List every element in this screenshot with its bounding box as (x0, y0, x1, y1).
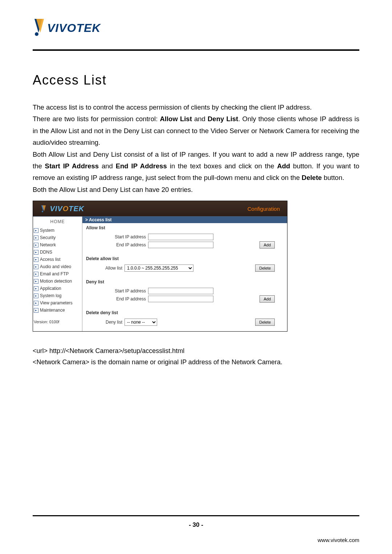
deny-end-ip-input[interactable] (148, 296, 213, 302)
screenshot-brand: VIVOTEK (40, 205, 84, 213)
text: and (99, 162, 116, 170)
sidebar-item-maintenance[interactable]: ▸Maintenance (33, 307, 82, 314)
footer-url: www.vivotek.com (318, 537, 359, 543)
url-line-1: <url> http://<Network Camera>/setup/acce… (33, 345, 359, 357)
usage-paragraph: Both Allow List and Deny List consist of… (33, 149, 359, 184)
configuration-label: Configuration (248, 206, 280, 212)
delete-allow-title: Delete allow list (86, 255, 283, 263)
sidebar-item-motion-detection[interactable]: ▸Motion detection (33, 278, 82, 285)
page-number: - 30 - (33, 516, 359, 529)
sidebar-item-access-list[interactable]: ▸Access list (33, 256, 82, 263)
sidebar-item-audio-and-video[interactable]: ▸Audio and video (33, 263, 82, 270)
delete-deny-section: Delete deny list Deny list -- none -- De… (82, 308, 287, 331)
allow-delete-button[interactable]: Delete (255, 264, 275, 272)
sidebar-item-system[interactable]: ▸System (33, 227, 82, 234)
sidebar-item-system-log[interactable]: ▸System log (33, 292, 82, 299)
delete-allow-section: Delete allow list Allow list 1.0.0.0 ~ 2… (82, 254, 287, 277)
sidebar-item-label: Maintenance (40, 308, 65, 313)
delete-label: Delete (302, 174, 322, 181)
sidebar-version: Version: 0100f (33, 314, 82, 326)
url-reference: <url> http://<Network Camera>/setup/acce… (33, 335, 359, 368)
arrow-right-icon: ▸ (34, 264, 38, 269)
sidebar-item-label: View parameters (40, 300, 73, 305)
delete-deny-title: Delete deny list (86, 309, 283, 317)
deny-end-ip-label: End IP address (86, 296, 148, 301)
allow-end-ip-input[interactable] (148, 242, 213, 248)
end-ip-label: End IP address (86, 242, 148, 247)
deny-list-select-label: Deny list (86, 320, 124, 325)
footer: - 30 - (33, 515, 359, 529)
deny-list-select[interactable]: -- none -- (124, 319, 157, 326)
add-label: Add (277, 162, 290, 170)
end-ip-label: End IP Address (116, 162, 167, 170)
start-ip-label: Start IP Address (45, 162, 99, 170)
svg-text:VIVOTEK: VIVOTEK (47, 21, 101, 34)
arrow-right-icon: ▸ (34, 308, 38, 313)
allow-list-select-label: Allow list (86, 266, 124, 271)
intro-paragraph: The access list is to control the access… (33, 102, 359, 113)
sidebar-item-security[interactable]: ▸Security (33, 234, 82, 241)
sidebar-item-label: System log (40, 293, 61, 298)
sidebar-item-label: Security (40, 235, 56, 240)
allow-start-ip-input[interactable] (148, 234, 213, 240)
deny-start-ip-input[interactable] (148, 288, 213, 294)
deny-list-title: Deny list (86, 279, 283, 287)
arrow-right-icon: ▸ (34, 301, 38, 305)
text: in the text boxes and click on the (167, 162, 277, 170)
allow-list-section: Allow list Start IP address End IP addre… (82, 223, 287, 254)
svg-point-2 (42, 211, 43, 212)
deny-list-label: Deny List (208, 115, 238, 123)
screenshot-body: HOME ▸System▸Security▸Network▸DDNS▸Acces… (33, 216, 287, 331)
sidebar-item-label: Application (40, 286, 61, 291)
deny-add-button[interactable]: Add (260, 295, 275, 303)
sidebar-item-label: Access list (40, 257, 61, 262)
svg-point-0 (35, 32, 38, 36)
sidebar-item-ddns[interactable]: ▸DDNS (33, 249, 82, 256)
start-ip-label: Start IP address (86, 234, 148, 239)
arrow-right-icon: ▸ (34, 294, 38, 298)
sidebar: HOME ▸System▸Security▸Network▸DDNS▸Acces… (33, 217, 82, 331)
sidebar-item-label: Motion detection (40, 279, 72, 284)
sidebar-item-label: System (40, 228, 54, 233)
main-panel: > Access list Allow list Start IP addres… (82, 217, 287, 331)
arrow-right-icon: ▸ (34, 286, 38, 291)
arrow-right-icon: ▸ (34, 235, 38, 240)
screenshot-header: VIVOTEK Configuration (33, 201, 287, 216)
arrow-right-icon: ▸ (34, 250, 38, 255)
url-line-2: <Network Camera> is the domain name or o… (33, 357, 359, 368)
allow-add-button[interactable]: Add (260, 241, 275, 249)
breadcrumb: > Access list (82, 217, 287, 223)
vivotek-logo: VIVOTEK (33, 18, 359, 37)
config-screenshot: VIVOTEK Configuration HOME ▸System▸Secur… (33, 201, 287, 332)
lists-paragraph: There are two lists for permission contr… (33, 113, 359, 148)
allow-list-label: Allow List (160, 115, 192, 123)
text: The access list is to control the access… (33, 103, 312, 111)
sidebar-item-label: DDNS (40, 250, 52, 255)
sidebar-item-label: Audio and video (40, 264, 71, 269)
allow-list-select[interactable]: 1.0.0.0 ~ 255.255.255.255 (124, 264, 193, 272)
vivotek-logo-icon: VIVOTEK (33, 18, 120, 37)
entries-note: Both the Allow List and Deny List can ha… (33, 184, 359, 196)
arrow-right-icon: ▸ (34, 272, 38, 276)
text: There are two lists for permission contr… (33, 115, 160, 123)
sidebar-item-view-parameters[interactable]: ▸View parameters (33, 299, 82, 307)
allow-list-title: Allow list (86, 225, 283, 233)
arrow-right-icon: ▸ (34, 228, 38, 233)
text: and (192, 115, 208, 123)
arrow-right-icon: ▸ (34, 257, 38, 262)
sidebar-home[interactable]: HOME (33, 217, 82, 227)
deny-list-section: Deny list Start IP address End IP addres… (82, 277, 287, 308)
sidebar-item-application[interactable]: ▸Application (33, 285, 82, 292)
arrow-right-icon: ▸ (34, 279, 38, 284)
page-title: Access List (33, 73, 359, 88)
sidebar-item-label: Email and FTP (40, 271, 69, 276)
sidebar-item-network[interactable]: ▸Network (33, 241, 82, 249)
document-page: VIVOTEK Access List The access list is t… (0, 0, 392, 554)
sidebar-item-label: Network (40, 242, 56, 247)
deny-delete-button[interactable]: Delete (255, 319, 275, 326)
content-body: Access List The access list is to contro… (33, 51, 359, 368)
page-header: VIVOTEK (33, 18, 359, 41)
deny-start-ip-label: Start IP address (86, 288, 148, 294)
vivotek-logo-icon (40, 205, 48, 213)
sidebar-item-email-and-ftp[interactable]: ▸Email and FTP (33, 270, 82, 278)
